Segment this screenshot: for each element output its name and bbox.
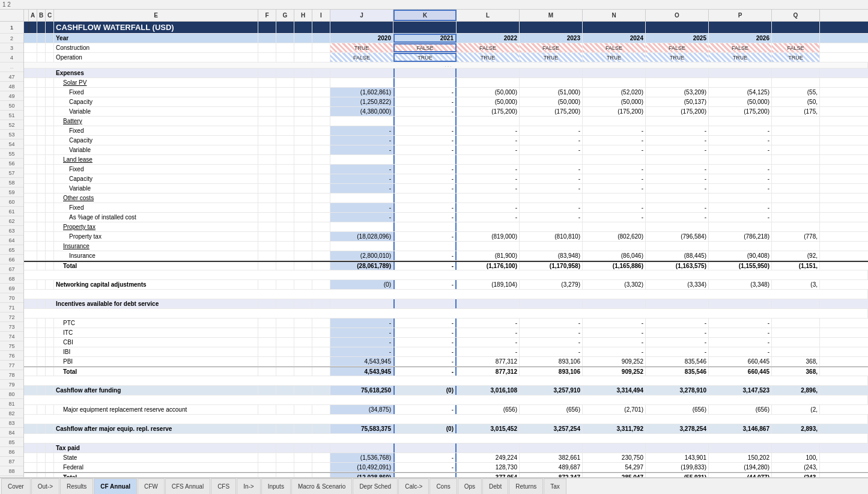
other-pct-row: As %age of installed cost - - - - - - -	[24, 213, 868, 222]
col-n-header: N	[583, 10, 646, 21]
itc-row: ITC - - - - - - -	[24, 328, 868, 338]
row-num-header	[0, 10, 24, 21]
expenses-row: Expenses	[24, 69, 868, 78]
empty-70	[24, 290, 868, 299]
empty-72	[24, 309, 868, 319]
tab-in[interactable]: In->	[237, 478, 261, 494]
col-j-header: J	[330, 10, 393, 21]
incentives-row: Incentives available for debt service	[24, 299, 868, 309]
property-tax-data-row: Property tax (18,028,096) - (819,000) (8…	[24, 232, 868, 242]
battery-capacity-row: Capacity - - - - - - -	[24, 136, 868, 145]
networking-capital-row: Networking capital adjustments (0) - (18…	[24, 280, 868, 290]
tab-cfw[interactable]: CFW	[138, 478, 165, 494]
empty-79	[24, 376, 868, 386]
col-a-header: A	[29, 10, 37, 21]
operation-row: Operation FALSE TRUE TRUE TRUE TRUE TRUE…	[24, 53, 868, 63]
col-g-header: G	[276, 10, 294, 21]
col-k-header: K	[393, 10, 457, 21]
tab-cfs[interactable]: CFS	[211, 478, 236, 494]
battery-row: Battery	[24, 117, 868, 126]
solar-pv-row: Solar PV	[24, 78, 868, 88]
insurance-header-row: Insurance	[24, 242, 868, 251]
column-headers: A B C E F G H I J K L M N O P Q	[0, 10, 868, 22]
tab-results[interactable]: Results	[60, 478, 93, 494]
solar-fixed-row: Fixed (1,602,861) - (50,000) (51,000) (5…	[24, 88, 868, 97]
group-spacer	[24, 22, 29, 33]
cbi-row: CBI - - - - - - -	[24, 338, 868, 347]
tab-depr-sched[interactable]: Depr Sched	[353, 478, 398, 494]
tab-cons[interactable]: Cons	[429, 478, 457, 494]
solar-capacity-row: Capacity (1,250,822) - (50,000) (50,000)…	[24, 97, 868, 107]
tab-cfs-annual[interactable]: CFS Annual	[165, 478, 210, 494]
col-c-header: C	[46, 10, 54, 21]
tab-ops[interactable]: Ops	[458, 478, 482, 494]
tax-total-row: Total (12,028,860) - 377,954 872,347 285…	[24, 472, 868, 477]
pbi-row: PBI 4,543,945 - 877,312 893,106 909,252 …	[24, 357, 868, 367]
expenses-total-row: Total (28,061,789) - (1,176,100) (1,170,…	[24, 261, 868, 270]
state-tax-row: State (1,536,768) - 249,224 382,661 230,…	[24, 453, 868, 463]
tab-cover[interactable]: Cover	[1, 478, 31, 494]
land-lease-row: Land lease	[24, 155, 868, 165]
row-numbers: 1 2 3 4 ... 47 48 49 50 51 52 53 54 55 5…	[0, 22, 24, 477]
construction-row: Construction TRUE FALSE FALSE FALSE FALS…	[24, 43, 868, 53]
col-h-header: H	[294, 10, 312, 21]
col-i-header: I	[312, 10, 330, 21]
tab-calc[interactable]: Calc->	[398, 478, 429, 494]
col-q-header: Q	[772, 10, 820, 21]
cashflow-after-reserve-row: Cashflow after major equip. repl. reserv…	[24, 424, 868, 434]
tab-macro-scenario[interactable]: Macro & Scenario	[291, 478, 352, 494]
land-fixed-row: Fixed - - - - - - -	[24, 165, 868, 174]
tab-out[interactable]: Out->	[31, 478, 59, 494]
col-m-header: M	[520, 10, 583, 21]
land-variable-row: Variable - - - - - - -	[24, 184, 868, 194]
insurance-data-row: Insurance (2,800,010) - (81,900) (83,948…	[24, 251, 868, 261]
solar-variable-row: Variable (4,380,000) - (175,200) (175,20…	[24, 107, 868, 117]
sheet-tabs: Cover Out-> Results CF Annual CFW CFS An…	[0, 477, 868, 494]
property-tax-header-row: Property tax	[24, 222, 868, 232]
col-f-header: F	[258, 10, 276, 21]
major-equip-row: Major equipment replacement reserve acco…	[24, 405, 868, 415]
title-row: CASHFLOW WATERFALL (USD)	[24, 22, 868, 34]
battery-variable-row: Variable - - - - - - -	[24, 145, 868, 155]
incentives-total-row: Total 4,543,945 - 877,312 893,106 909,25…	[24, 367, 868, 376]
year-header-row: Year 2020 2021 2022 2023 2024 2025 2026	[24, 34, 868, 43]
tab-tax[interactable]: Tax	[544, 478, 566, 494]
tax-paid-row: Tax paid	[24, 444, 868, 453]
top-bar: 1 2	[0, 0, 868, 10]
empty-83	[24, 415, 868, 424]
tab-debt[interactable]: Debt	[482, 478, 508, 494]
tab-cf-annual[interactable]: CF Annual	[94, 478, 137, 494]
battery-fixed-row: Fixed - - - - - - -	[24, 126, 868, 136]
ptc-row: PTC - - - - - - -	[24, 319, 868, 328]
other-costs-row: Other costs	[24, 194, 868, 203]
federal-tax-row: Federal (10,492,091) - 128,730 489,687 5…	[24, 463, 868, 472]
ellipsis-row: . . .	[24, 63, 868, 69]
sheet-indicator: 1 2	[2, 1, 11, 8]
other-fixed-row: Fixed - - - - - - -	[24, 203, 868, 213]
col-a-cell	[29, 22, 37, 33]
grid: CASHFLOW WATERFALL (USD) Y	[24, 22, 868, 477]
cashflow-after-funding-row: Cashflow after funding 75,618,250 (0) 3,…	[24, 386, 868, 395]
ibi-row: IBI - - - - - - -	[24, 347, 868, 357]
col-p-header: P	[709, 10, 772, 21]
empty-68	[24, 270, 868, 280]
empty-81	[24, 395, 868, 405]
group-col	[24, 10, 29, 21]
col-b-header: B	[37, 10, 46, 21]
col-e-header: E	[54, 10, 258, 21]
land-capacity-row: Capacity - - - - - - -	[24, 174, 868, 184]
empty-85	[24, 434, 868, 444]
title-label: CASHFLOW WATERFALL (USD)	[54, 22, 258, 33]
spreadsheet: 1 2 A B C E F G H I J K L M N O P Q 1 2 …	[0, 0, 868, 494]
col-o-header: O	[646, 10, 709, 21]
tab-inputs[interactable]: Inputs	[261, 478, 291, 494]
col-l-header: L	[457, 10, 520, 21]
rows-area: 1 2 3 4 ... 47 48 49 50 51 52 53 54 55 5…	[0, 22, 868, 477]
tab-returns[interactable]: Returns	[509, 478, 543, 494]
